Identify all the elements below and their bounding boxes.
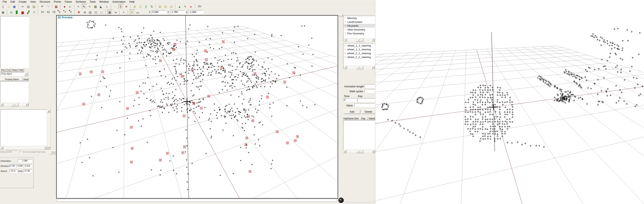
property-table-body[interactable] [0, 81, 28, 103]
key-input[interactable] [358, 98, 375, 102]
property-name-column[interactable]: Property Name [0, 78, 23, 81]
scroll-left-icon[interactable]: ◄ [344, 150, 346, 153]
menu-item[interactable]: File [1, 0, 9, 4]
arrows-icon[interactable]: ⇉ [82, 10, 88, 15]
trackball-knob[interactable] [338, 198, 344, 203]
scroll-thumb[interactable] [356, 150, 363, 153]
prev-button[interactable]: Prev [0, 68, 6, 72]
menu-item[interactable]: Tools [88, 0, 98, 4]
axis-y-button[interactable]: Y [63, 10, 68, 15]
move-icon[interactable]: ┼ [118, 4, 124, 9]
selection-list-item[interactable]: ☞Fire Geometry [344, 32, 375, 36]
box-shift-icon[interactable]: ⊞ [164, 4, 169, 9]
menu-item[interactable]: Help [128, 0, 136, 4]
property-value-column[interactable]: Value [23, 78, 28, 81]
scroll-left-icon[interactable]: ◄ [0, 103, 4, 106]
vertex-info-icon[interactable]: ▲ [177, 4, 182, 9]
box-flatten-icon[interactable]: ⊟ [169, 4, 174, 9]
axis-yz-button[interactable]: YZ [51, 10, 56, 15]
select-vertex-icon[interactable]: ↖ [82, 4, 87, 9]
select-brush-icon[interactable]: ↖ [88, 4, 93, 9]
scroll-right-icon[interactable]: ► [26, 103, 28, 106]
selections-hscrollbar[interactable]: ◄ ► [344, 38, 375, 42]
redo-icon[interactable]: ↷ [46, 4, 51, 9]
time-input[interactable] [343, 98, 357, 102]
menu-item[interactable]: Surfaces [74, 0, 88, 4]
keyframe-value-column[interactable]: Value [368, 117, 375, 120]
right-view-canvas[interactable] [375, 0, 644, 204]
runner-icon[interactable]: ✦ [122, 10, 127, 15]
scroll-thumb[interactable] [356, 66, 363, 69]
walk-cycles-input[interactable] [364, 89, 375, 93]
asterisk-icon[interactable]: ✳ [130, 10, 135, 15]
inset-icon[interactable]: ⊡ [138, 4, 143, 9]
scroll-right-icon[interactable]: ► [372, 66, 375, 69]
selection-list-item[interactable]: ☞LandContact [344, 20, 375, 24]
scroll-thumb[interactable] [356, 38, 363, 42]
notes-box[interactable] [0, 110, 47, 146]
uv-mode-button[interactable]: UV [197, 4, 202, 9]
menu-item[interactable]: Faces [63, 0, 74, 4]
property-table-hscrollbar[interactable]: ◄ ► [0, 103, 29, 106]
object-list-box[interactable] [0, 16, 29, 68]
select-poly-icon[interactable]: ◣ [99, 4, 104, 9]
splitter-grip[interactable] [339, 14, 343, 16]
scroll-right-icon[interactable]: ► [44, 146, 47, 149]
surface-icon[interactable]: ▬ [136, 10, 141, 15]
scroll-right-icon[interactable]: ► [372, 150, 375, 153]
animations-hscrollbar[interactable]: ◄ ► [344, 66, 375, 69]
scroll-down-icon[interactable]: ▼ [47, 146, 50, 149]
coord-y-input[interactable] [170, 10, 185, 14]
keyframe-hscrollbar[interactable]: ◄ ► [343, 150, 375, 153]
selection-list-item[interactable]: ☞View Geometry [344, 28, 375, 32]
cut-icon[interactable]: ✂ [20, 4, 26, 9]
notes-hscrollbar[interactable]: ◄ ► [0, 146, 47, 150]
mass-checkbox[interactable] [20, 151, 22, 153]
animation-list-item[interactable]: ☞wheel_1_2_steering [344, 48, 375, 51]
menu-item[interactable]: Create [17, 0, 28, 4]
chevron-down-icon[interactable]: ▼ [24, 72, 28, 76]
delete-x-icon[interactable]: ✘ [77, 10, 82, 15]
extrude-icon[interactable]: ⊞ [132, 4, 138, 9]
coord-z-input[interactable] [188, 10, 204, 14]
save-icon[interactable]: ▣ [12, 4, 18, 9]
paste-icon[interactable]: ▥ [32, 4, 37, 9]
selection-list-item[interactable]: ☞Hit-points [344, 24, 375, 28]
mass-input[interactable] [6, 150, 18, 154]
notes-vscrollbar[interactable]: ▲ ▼ [47, 110, 50, 150]
animation-list-item[interactable]: ☞wheel_1_1_steering [344, 44, 375, 48]
menu-item[interactable]: Points [52, 0, 63, 4]
menu-item[interactable]: View [28, 0, 38, 4]
menu-item[interactable]: Automation [110, 0, 128, 4]
copy-icon[interactable]: ▤ [26, 4, 31, 9]
new-icon[interactable]: ▯ [1, 4, 6, 9]
record-icon[interactable]: ● [62, 4, 68, 9]
merge-icon[interactable]: ⇅ [150, 4, 155, 9]
open-icon[interactable]: ▱ [6, 4, 12, 9]
undo-icon[interactable]: ↶ [40, 4, 45, 9]
animations-list[interactable]: ☞wheel_1_1_steering☞wheel_1_2_steering☞w… [343, 43, 375, 69]
keyframe-table-body[interactable] [343, 120, 375, 150]
viewport-bottom-strip[interactable] [56, 199, 337, 202]
scroll-thumb[interactable] [11, 103, 18, 106]
named-selections-list[interactable]: ☞Memory☞LandContact☞Hit-points☞View Geom… [343, 16, 375, 42]
box-rotate-icon[interactable]: ⊠ [158, 4, 163, 9]
delete-button[interactable]: Delete [362, 110, 375, 114]
cube-icon[interactable]: ▧ [94, 10, 99, 15]
texture-paint-icon[interactable]: ▩ [93, 4, 98, 9]
lasso-icon[interactable]: ◌ [113, 4, 118, 9]
scroll-right-icon[interactable]: ► [372, 38, 375, 42]
select-rect-icon[interactable]: ↖ [76, 4, 82, 9]
wire-cube-icon[interactable]: ▢ [99, 10, 104, 15]
point-info-icon[interactable]: ↖ [183, 4, 188, 9]
value-input[interactable] [354, 103, 375, 107]
arrow-leaf-icon[interactable]: ↗ [32, 10, 37, 15]
axis-x-button[interactable]: X [57, 10, 62, 15]
coord-x-input[interactable] [152, 10, 166, 14]
show-cylinders-icon[interactable]: ▞ [26, 10, 31, 15]
path-button[interactable]: Path [18, 68, 24, 72]
show-column-icon[interactable]: ▆ [20, 10, 26, 15]
keyframe-key-column[interactable]: Key [358, 117, 368, 120]
axis-z-button[interactable]: Z [68, 10, 74, 15]
animation-length-input[interactable] [364, 84, 375, 88]
